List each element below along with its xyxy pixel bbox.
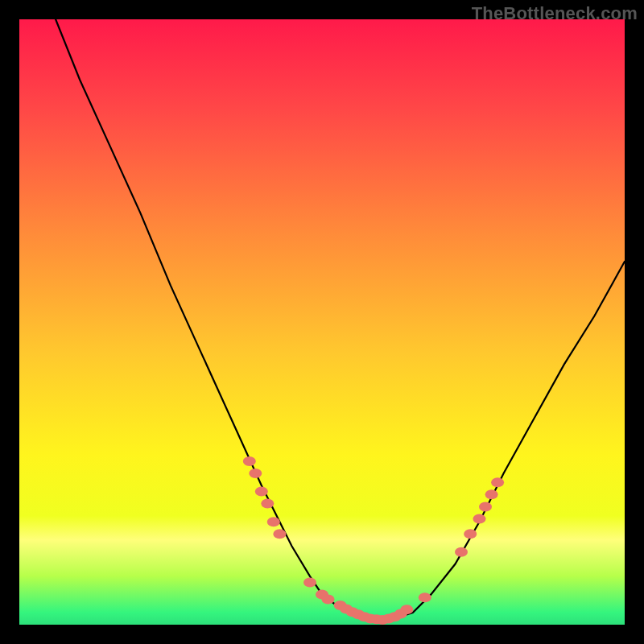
data-dot (243, 456, 256, 466)
data-dot (273, 529, 286, 539)
data-dot (455, 547, 468, 557)
data-dots (243, 456, 504, 625)
data-dot (255, 487, 268, 497)
data-dot (261, 499, 274, 509)
data-dot (473, 514, 486, 523)
data-dot (249, 469, 262, 478)
chart-svg (19, 19, 625, 625)
data-dot (479, 502, 492, 511)
data-dot (464, 529, 477, 539)
data-dot (303, 577, 316, 587)
data-dot (491, 477, 504, 487)
data-dot (485, 489, 498, 499)
bottleneck-curve (56, 19, 625, 620)
chart-root (19, 19, 625, 625)
data-dot (322, 594, 335, 604)
data-dot (267, 517, 280, 526)
data-dot (419, 592, 431, 602)
data-dot (400, 605, 413, 614)
